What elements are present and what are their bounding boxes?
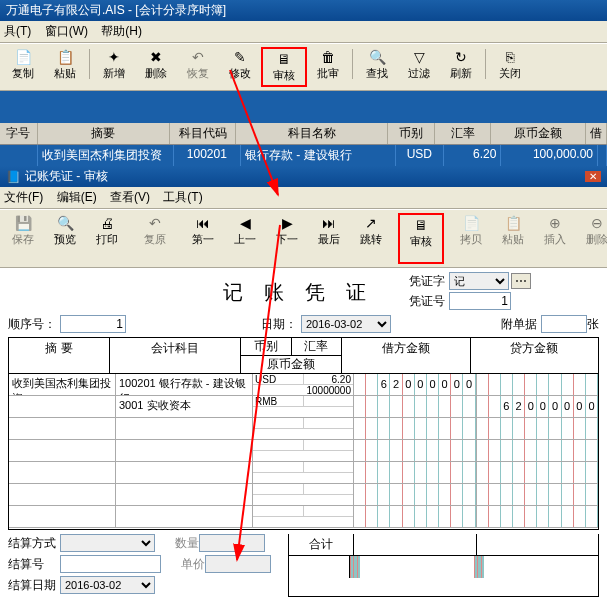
col-hl: 汇率	[435, 123, 492, 144]
print-icon: 🖨	[99, 215, 115, 231]
fj-label: 附单据	[501, 316, 537, 333]
lookup-button[interactable]: ⋯	[511, 273, 531, 289]
delete2-button: ⊖删除	[576, 213, 607, 264]
next-button[interactable]: ▶下一	[266, 213, 308, 264]
voucher-window-title: 记账凭证 - 审核	[25, 168, 108, 185]
close-icon: ⎘	[502, 49, 518, 65]
vh-df: 贷方金额	[471, 338, 599, 373]
seq-input[interactable]	[60, 315, 126, 333]
col-zy: 摘要	[38, 123, 171, 144]
grid-row[interactable]: 收到美国杰利集团投资 100201 银行存款 - 建设银行 USD 6.20 1…	[0, 145, 607, 166]
new-icon: ✦	[106, 49, 122, 65]
refresh-icon: ↻	[453, 49, 469, 65]
jsh-label: 结算号	[8, 556, 60, 573]
main-toolbar: 📄复制 📋粘贴 ✦新增 ✖删除 ↶恢复 ✎修改 🖥审核 🗑批审 🔍查找 ▽过滤 …	[0, 43, 607, 91]
jsfs-label: 结算方式	[8, 535, 60, 552]
preview-icon: 🔍	[57, 215, 73, 231]
print-button[interactable]: 🖨打印	[86, 213, 128, 264]
goto-button[interactable]: ↗跳转	[350, 213, 392, 264]
col-zh: 字号	[0, 123, 38, 144]
undo-button: ↶复原	[134, 213, 176, 264]
last-button[interactable]: ⏭最后	[308, 213, 350, 264]
save-icon: 💾	[15, 215, 31, 231]
search-icon: 🔍	[369, 49, 385, 65]
fj-input[interactable]	[541, 315, 587, 333]
jsfs-select[interactable]	[60, 534, 155, 552]
filter-icon: ▽	[411, 49, 427, 65]
voucher-row[interactable]	[9, 418, 598, 440]
pzh-label: 凭证号	[409, 293, 445, 310]
filter-button[interactable]: ▽过滤	[398, 47, 440, 87]
app-icon: 📘	[6, 170, 21, 184]
toolbar-separator	[485, 49, 486, 79]
voucher-row[interactable]	[9, 462, 598, 484]
prev-button[interactable]: ◀上一	[224, 213, 266, 264]
blue-band	[0, 91, 607, 123]
menu-window[interactable]: 窗口(W)	[45, 24, 88, 38]
undo-icon: ↶	[190, 49, 206, 65]
voucher-row[interactable]	[9, 506, 598, 528]
paste-button[interactable]: 📋粘贴	[44, 47, 86, 87]
pzz-select[interactable]: 记	[449, 272, 509, 290]
toolbar-separator	[352, 49, 353, 79]
window-close-icon[interactable]: ✕	[585, 171, 601, 182]
goto-icon: ↗	[363, 215, 379, 231]
voucher-window-titlebar: 📘 记账凭证 - 审核 ✕	[0, 166, 607, 187]
insert-button: ⊕插入	[534, 213, 576, 264]
app-title: 万通电子有限公司.AIS - [会计分录序时簿]	[6, 2, 226, 19]
save-button: 💾保存	[2, 213, 44, 264]
delete-icon: ✖	[148, 49, 164, 65]
paste2-button: 📋粘贴	[492, 213, 534, 264]
jsrq-select[interactable]: 2016-03-02	[60, 576, 155, 594]
pzh-input[interactable]	[449, 292, 511, 310]
paste-icon: 📋	[57, 49, 73, 65]
batch-icon: 🗑	[320, 49, 336, 65]
new-button[interactable]: ✦新增	[93, 47, 135, 87]
batch-audit-button[interactable]: 🗑批审	[307, 47, 349, 87]
voucher-row[interactable]	[9, 484, 598, 506]
copy-button[interactable]: 📄复制	[2, 47, 44, 87]
grid-header: 字号 摘要 科目代码 科目名称 币别 汇率 原币金额 借	[0, 123, 607, 145]
voucher-row[interactable]: 收到美国杰利集团投资100201 银行存款 - 建设银行USD6.2010000…	[9, 374, 598, 396]
vh-zy: 摘 要	[9, 338, 110, 373]
sl-label: 数量	[175, 535, 199, 552]
delete-button[interactable]: ✖删除	[135, 47, 177, 87]
voucher-audit-button[interactable]: 🖥审核	[398, 213, 444, 264]
col-j: 借	[586, 123, 607, 144]
delete-icon: ⊖	[589, 215, 605, 231]
first-button[interactable]: ⏮第一	[182, 213, 224, 264]
audit-icon: 🖥	[276, 51, 292, 67]
menu-view[interactable]: 查看(V)	[110, 190, 150, 204]
paste-icon: 📋	[505, 215, 521, 231]
voucher-row[interactable]	[9, 440, 598, 462]
find-button[interactable]: 🔍查找	[356, 47, 398, 87]
menu-edit[interactable]: 编辑(E)	[57, 190, 97, 204]
voucher-grid-body[interactable]: 收到美国杰利集团投资100201 银行存款 - 建设银行USD6.2010000…	[9, 374, 598, 529]
jsh-input[interactable]	[60, 555, 161, 573]
close-button[interactable]: ⎘关闭	[489, 47, 531, 87]
menu-help[interactable]: 帮助(H)	[101, 24, 142, 38]
voucher-row[interactable]: 3001 实收资本RMB62000000	[9, 396, 598, 418]
preview-button[interactable]: 🔍预览	[44, 213, 86, 264]
date-select[interactable]: 2016-03-02	[301, 315, 391, 333]
menu-file[interactable]: 文件(F)	[4, 190, 43, 204]
toolbar-separator	[89, 49, 90, 79]
menu-tools[interactable]: 工具(T)	[163, 190, 202, 204]
voucher-title: 记 账 凭 证	[188, 279, 409, 306]
vh-jf: 借方金额	[342, 338, 471, 373]
first-icon: ⏮	[195, 215, 211, 231]
main-menubar: 具(T) 窗口(W) 帮助(H)	[0, 21, 607, 43]
copy-icon: 📄	[15, 49, 31, 65]
menu-tools[interactable]: 具(T)	[4, 24, 31, 38]
col-ybje: 原币金额	[491, 123, 586, 144]
dj-input	[205, 555, 271, 573]
col-kmdm: 科目代码	[170, 123, 236, 144]
dj-label: 单价	[181, 556, 205, 573]
heji-label: 合计	[289, 534, 354, 555]
audit-button[interactable]: 🖥审核	[261, 47, 307, 87]
insert-icon: ⊕	[547, 215, 563, 231]
refresh-button[interactable]: ↻刷新	[440, 47, 482, 87]
copy2-button: 📄拷贝	[450, 213, 492, 264]
edit-button[interactable]: ✎修改	[219, 47, 261, 87]
col-bb: 币别	[388, 123, 435, 144]
